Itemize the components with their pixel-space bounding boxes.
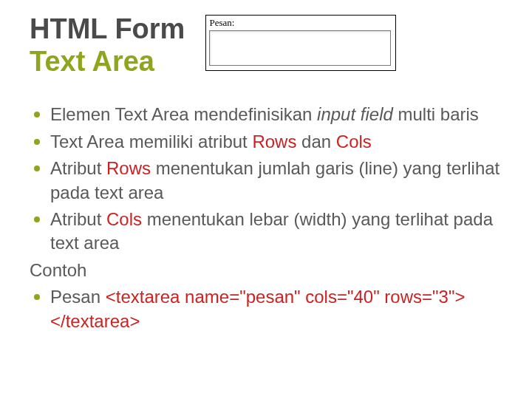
text: Atribut bbox=[50, 209, 106, 229]
text-italic: input field bbox=[317, 104, 393, 124]
text: multi baris bbox=[393, 104, 479, 124]
text: Pesan bbox=[50, 287, 106, 307]
text: Atribut bbox=[50, 158, 106, 178]
example-preview: Pesan: bbox=[205, 15, 396, 71]
list-item: Atribut Cols menentukan lebar (width) ya… bbox=[50, 208, 502, 256]
text: dan bbox=[296, 132, 335, 151]
content: Elemen Text Area mendefinisikan input fi… bbox=[30, 103, 502, 333]
example-textarea[interactable] bbox=[209, 30, 391, 66]
title-row: HTML Form Text Area Pesan: bbox=[30, 13, 502, 78]
bullet-list: Elemen Text Area mendefinisikan input fi… bbox=[30, 103, 502, 255]
keyword: Cols bbox=[106, 209, 142, 229]
keyword: Rows bbox=[252, 132, 296, 151]
list-item: Text Area memiliki atribut Rows dan Cols bbox=[50, 130, 502, 154]
example-label: Pesan: bbox=[209, 17, 392, 29]
title-line-1: HTML Form bbox=[30, 13, 185, 46]
bullet-list-contoh: Pesan <textarea name="pesan" cols="40" r… bbox=[30, 285, 502, 333]
list-item: Atribut Rows menentukan jumlah garis (li… bbox=[50, 157, 502, 205]
text: Elemen Text Area mendefinisikan bbox=[50, 104, 317, 124]
code-snippet: <textarea name="pesan" cols="40" rows="3… bbox=[50, 287, 465, 330]
slide-title: HTML Form Text Area bbox=[30, 13, 185, 78]
list-item: Pesan <textarea name="pesan" cols="40" r… bbox=[50, 285, 502, 333]
title-line-2: Text Area bbox=[30, 46, 185, 78]
contoh-label: Contoh bbox=[30, 259, 502, 282]
text: Text Area memiliki atribut bbox=[50, 132, 252, 151]
list-item: Elemen Text Area mendefinisikan input fi… bbox=[50, 103, 502, 126]
keyword: Rows bbox=[106, 158, 151, 178]
keyword: Cols bbox=[336, 132, 372, 151]
